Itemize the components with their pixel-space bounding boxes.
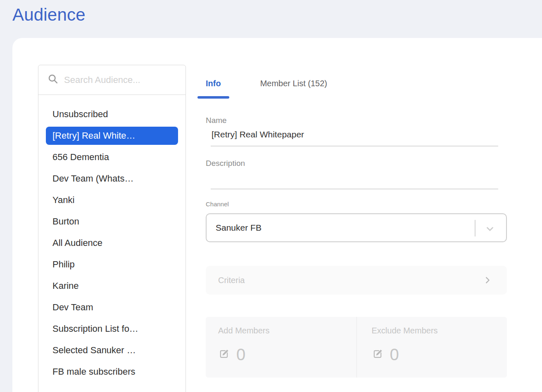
tab-member-list-label: Member List (152) [260, 79, 327, 88]
criteria-button[interactable]: Criteria [206, 266, 507, 295]
members-box: Add Members 0 Exclude Members 0 [206, 317, 507, 378]
add-members-count: 0 [236, 345, 245, 364]
chevron-right-icon [483, 276, 492, 286]
list-item[interactable]: Karine [38, 275, 185, 297]
list-item[interactable]: Dev Team (Whats… [38, 168, 185, 189]
exclude-members-label: Exclude Members [372, 326, 507, 335]
select-divider [475, 220, 475, 236]
name-underline [211, 146, 498, 146]
list-item-selected[interactable]: [Retry] Real White… [46, 127, 178, 145]
audience-list-panel: Unsubscribed [Retry] Real White… 656 Dem… [38, 65, 186, 392]
audience-search-bar [38, 65, 185, 95]
exclude-members-button[interactable]: Exclude Members 0 [357, 317, 507, 378]
list-item[interactable]: Philip [38, 254, 185, 275]
tab-info[interactable]: Info [197, 75, 229, 92]
description-underline [211, 189, 498, 189]
channel-select[interactable]: Sanuker FB [206, 213, 507, 242]
active-tab-indicator [197, 96, 229, 99]
edit-icon [218, 348, 230, 361]
detail-tabs: Info Member List (152) [197, 75, 335, 92]
list-item[interactable]: Selected Sanuker … [38, 340, 185, 361]
tab-info-label: Info [206, 79, 221, 88]
list-item[interactable]: Dev Team [38, 297, 185, 318]
list-item[interactable]: FB male subscribers [38, 361, 185, 383]
list-item[interactable]: All Audience [38, 232, 185, 254]
name-label: Name [206, 116, 227, 125]
channel-label: Channel [206, 201, 229, 208]
page-title: Audience [12, 5, 86, 25]
channel-select-value: Sanuker FB [207, 223, 261, 233]
tab-member-list[interactable]: Member List (152) [252, 75, 335, 92]
search-input[interactable] [64, 75, 176, 85]
search-icon [48, 73, 59, 86]
list-item[interactable]: Unsubscribed [38, 104, 185, 125]
list-item[interactable]: Burton [38, 211, 185, 232]
edit-icon [372, 348, 383, 361]
description-label: Description [206, 159, 245, 168]
add-members-button[interactable]: Add Members 0 [206, 317, 357, 378]
add-members-label: Add Members [218, 326, 357, 335]
chevron-down-icon [485, 224, 495, 236]
exclude-members-count: 0 [390, 345, 399, 364]
audience-list: Unsubscribed [Retry] Real White… 656 Dem… [38, 95, 185, 383]
list-item[interactable]: Subscription List fo… [38, 318, 185, 340]
list-item[interactable]: Yanki [38, 189, 185, 211]
list-item[interactable]: 656 Dementia [38, 146, 185, 168]
criteria-label: Criteria [206, 276, 245, 285]
name-field[interactable]: [Retry] Real Whitepaper [212, 130, 304, 139]
